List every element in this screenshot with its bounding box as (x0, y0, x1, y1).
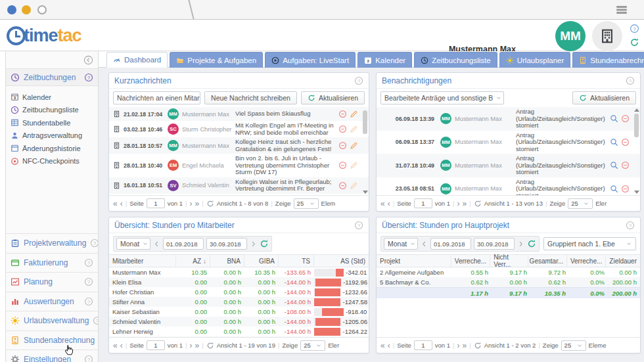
sidebar-item[interactable]: Stundentabelle (6, 116, 98, 129)
delete-notification-icon[interactable] (621, 114, 630, 123)
help-icon[interactable]: ? (84, 258, 93, 267)
page-size-select[interactable]: 25 (300, 340, 325, 351)
column-header[interactable]: Verreche... (451, 255, 490, 267)
table-row[interactable]: Schmied Valentin 0.00 0.00 h 0.00 h -144… (109, 317, 369, 327)
help-icon[interactable]: ? (84, 355, 93, 362)
delete-notification-icon[interactable] (621, 138, 630, 147)
delete-message-icon[interactable] (338, 181, 347, 190)
sidebar-section-zeitbuchungen[interactable]: Zeitbuchungen ? (6, 68, 98, 86)
timetac-logo[interactable]: time tac (7, 26, 81, 46)
delete-notification-icon[interactable] (621, 185, 630, 193)
message-row[interactable]: 16.01.18 10:51 SV Schmied Valentin Kolle… (109, 177, 369, 194)
help-icon[interactable]: ? (630, 24, 639, 34)
sidebar-item[interactable]: Zeitbuchungsliste (6, 104, 98, 117)
sidebar-section[interactable]: Urlaubsverwaltung ? (6, 311, 98, 330)
page-input[interactable] (147, 198, 165, 208)
last-page-icon[interactable]: » (463, 200, 467, 208)
refresh-icon[interactable] (474, 342, 482, 350)
delete-message-icon[interactable] (338, 125, 347, 133)
last-page-icon[interactable]: » (463, 342, 467, 350)
refresh-notifications-button[interactable]: Aktualisieren (572, 91, 636, 104)
refresh-icon[interactable] (527, 239, 536, 248)
period-select[interactable]: Monat (384, 238, 418, 250)
scrollbar[interactable] (362, 108, 368, 194)
first-page-icon[interactable]: « (113, 200, 118, 208)
next-page-icon[interactable]: › (457, 342, 460, 350)
period-select[interactable]: Monat (116, 238, 150, 250)
sidebar-item[interactable]: Antragsverwaltung (6, 129, 98, 143)
refresh-icon[interactable] (260, 239, 269, 248)
sidebar-section[interactable]: Einstellungen ? (6, 350, 98, 362)
next-page-icon[interactable]: › (190, 342, 193, 350)
notification-row[interactable]: 23.05.18 08:51 MM Mustermann Max Antrag … (377, 177, 640, 196)
refresh-icon[interactable] (206, 342, 214, 350)
prev-page-icon[interactable]: ‹ (388, 342, 390, 350)
edit-message-icon[interactable] (350, 161, 358, 170)
table-row[interactable]: 5 Bachmayr & Co. 0.62 h 0.00 h 0.62 h 0.… (377, 277, 640, 287)
next-page-icon[interactable]: › (190, 200, 193, 208)
sidebar-item[interactable]: NFC-Checkpoints (6, 155, 98, 168)
notification-filter-select[interactable]: Bearbeitete Anträge und sonstige B (380, 91, 504, 104)
column-header[interactable]: Gesamtar... (528, 255, 567, 267)
help-icon[interactable]: ? (93, 316, 99, 325)
page-size-select[interactable]: 25 (568, 198, 593, 209)
column-header[interactable]: Zieldauer (606, 255, 640, 267)
help-icon[interactable]: ? (90, 238, 99, 248)
refresh-icon[interactable] (206, 200, 214, 208)
message-row[interactable]: 08.01.18 10:44 BI Bachmann Iris 13. Juli… (109, 194, 369, 196)
avatar[interactable]: MM (555, 21, 586, 51)
sidebar-section[interactable]: Stundenabrechnung ? (6, 330, 98, 350)
message-row[interactable]: 28.01.18 10:57 MM Mustermann Max Kollege… (109, 137, 369, 154)
help-icon[interactable]: ? (626, 221, 635, 230)
table-row[interactable]: 2 Allgemeine Aufgaben 0.55 h 9.17 h 9.72… (377, 267, 640, 277)
column-header[interactable]: Mitarbeiter ↓ (109, 255, 176, 267)
sidebar-collapse-icon[interactable] (83, 55, 93, 65)
tab[interactable]: Urlaubsplaner (499, 52, 571, 68)
delete-notification-icon[interactable] (621, 161, 630, 170)
table-row[interactable]: Hofer Christian 0.00 0.00 h 0.00 h -144.… (109, 287, 369, 297)
table-row[interactable]: Stifter Anna 0.00 0.00 h 0.00 h -144.00 … (109, 297, 369, 307)
view-notification-icon[interactable] (610, 161, 618, 170)
sidebar-section[interactable]: Projektverwaltung ? (6, 233, 98, 253)
next-page-icon[interactable]: › (457, 200, 460, 208)
message-row[interactable]: 03.02.18 10:46 SC Sturm Christopher Mit … (109, 121, 369, 137)
notification-row[interactable]: 31.07.18 10:49 MM Mustermann Max Antrag … (377, 154, 640, 177)
column-header[interactable]: AS (Std) ↓ (314, 255, 369, 267)
sidebar-section[interactable]: Auswertungen ? (6, 292, 98, 311)
scrollbar[interactable] (633, 108, 639, 194)
date-from-input[interactable] (163, 238, 204, 250)
window-button-white[interactable] (37, 5, 47, 14)
sidebar-item[interactable]: Änderungshistorie (6, 142, 98, 155)
notification-row[interactable]: 06.09.18 13:39 MM Mustermann Max Antrag … (377, 107, 640, 131)
company-button[interactable] (592, 21, 622, 51)
help-icon[interactable]: ? (84, 73, 93, 82)
edit-message-icon[interactable] (350, 110, 358, 118)
tab[interactable]: Aufgaben: LiveStart (265, 52, 356, 68)
new-message-button[interactable]: Neue Nachricht schreiben (204, 91, 297, 104)
message-row[interactable]: 28.01.18 10:40 EM Engel Michaela Bin von… (109, 154, 369, 177)
page-size-select[interactable]: 25 (294, 198, 319, 209)
help-icon[interactable]: ? (84, 277, 93, 286)
next-period-icon[interactable] (517, 240, 524, 248)
browser-menu-icon[interactable] (611, 4, 632, 16)
next-period-icon[interactable] (250, 240, 257, 248)
prev-page-icon[interactable]: ‹ (388, 200, 390, 208)
prev-page-icon[interactable]: ‹ (120, 200, 123, 208)
tab[interactable]: Stundenabrechnung (572, 52, 644, 68)
view-notification-icon[interactable] (610, 138, 618, 147)
help-icon[interactable]: ? (354, 221, 363, 230)
help-icon[interactable]: ? (354, 76, 363, 85)
group-by-select[interactable]: Gruppiert nach 1. Ebe (543, 237, 636, 250)
prev-period-icon[interactable] (153, 240, 160, 248)
table-row[interactable]: Mustermann Max 10.35 0.00 h 10.35 h -133… (109, 267, 369, 277)
delete-message-icon[interactable] (338, 161, 347, 170)
column-header[interactable]: Nicht Verr... (490, 255, 528, 267)
first-page-icon[interactable]: « (113, 342, 118, 350)
column-header[interactable]: GIBA ↓ (244, 255, 279, 267)
prev-period-icon[interactable] (421, 240, 428, 248)
sidebar-section[interactable]: Fakturierung ? (6, 253, 98, 273)
message-filter-select[interactable]: Nachrichten an einen Mitarbeiter, L (113, 91, 200, 104)
column-header[interactable]: Projekt (377, 255, 451, 267)
page-input[interactable] (414, 340, 432, 350)
last-page-icon[interactable]: » (195, 200, 200, 208)
